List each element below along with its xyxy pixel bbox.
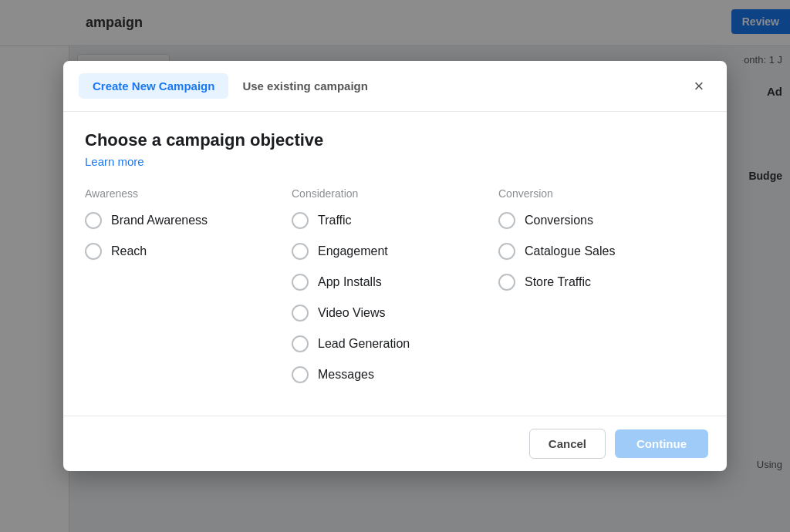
cancel-button[interactable]: Cancel <box>529 429 606 459</box>
modal-overlay: Create New Campaign Use existing campaig… <box>0 0 790 532</box>
option-messages[interactable]: Messages <box>292 366 483 383</box>
objectives-grid: Awareness Brand Awareness Reach Consider… <box>85 187 705 397</box>
learn-more-link[interactable]: Learn more <box>85 155 144 168</box>
label-store-traffic: Store Traffic <box>525 275 591 289</box>
radio-video-views[interactable] <box>292 305 309 322</box>
radio-engagement[interactable] <box>292 243 309 260</box>
option-video-views[interactable]: Video Views <box>292 305 483 322</box>
radio-catalogue-sales[interactable] <box>498 243 515 260</box>
radio-app-installs[interactable] <box>292 274 309 291</box>
label-traffic: Traffic <box>318 214 352 227</box>
option-store-traffic[interactable]: Store Traffic <box>498 274 690 291</box>
continue-button[interactable]: Continue <box>615 429 708 458</box>
consideration-column: Consideration Traffic Engagement App Ins… <box>292 187 498 397</box>
option-traffic[interactable]: Traffic <box>292 212 483 229</box>
modal-footer: Cancel Continue <box>63 416 727 471</box>
modal-header: Create New Campaign Use existing campaig… <box>63 61 727 112</box>
conversion-header: Conversion <box>498 187 690 200</box>
option-engagement[interactable]: Engagement <box>292 243 483 260</box>
awareness-header: Awareness <box>85 187 276 200</box>
label-reach: Reach <box>111 244 147 258</box>
modal-body: Choose a campaign objective Learn more A… <box>63 112 727 416</box>
radio-traffic[interactable] <box>292 212 309 229</box>
radio-lead-generation[interactable] <box>292 335 309 352</box>
option-app-installs[interactable]: App Installs <box>292 274 483 291</box>
label-brand-awareness: Brand Awareness <box>111 214 208 227</box>
conversion-column: Conversion Conversions Catalogue Sales S… <box>498 187 705 397</box>
label-video-views: Video Views <box>318 306 385 320</box>
label-lead-generation: Lead Generation <box>318 337 410 351</box>
label-conversions: Conversions <box>525 214 593 227</box>
radio-reach[interactable] <box>85 243 102 260</box>
consideration-header: Consideration <box>292 187 483 200</box>
option-catalogue-sales[interactable]: Catalogue Sales <box>498 243 690 260</box>
tab-create-new-campaign[interactable]: Create New Campaign <box>79 73 228 99</box>
option-brand-awareness[interactable]: Brand Awareness <box>85 212 276 229</box>
option-lead-generation[interactable]: Lead Generation <box>292 335 483 352</box>
label-app-installs: App Installs <box>318 275 382 289</box>
radio-brand-awareness[interactable] <box>85 212 102 229</box>
option-reach[interactable]: Reach <box>85 243 276 260</box>
label-messages: Messages <box>318 368 374 382</box>
awareness-column: Awareness Brand Awareness Reach <box>85 187 292 397</box>
radio-messages[interactable] <box>292 366 309 383</box>
tab-use-existing-campaign[interactable]: Use existing campaign <box>228 73 382 99</box>
label-engagement: Engagement <box>318 244 388 258</box>
label-catalogue-sales: Catalogue Sales <box>525 244 615 258</box>
modal-title: Choose a campaign objective <box>85 130 705 150</box>
close-button[interactable]: × <box>687 74 711 99</box>
create-campaign-modal: Create New Campaign Use existing campaig… <box>63 61 727 471</box>
option-conversions[interactable]: Conversions <box>498 212 690 229</box>
radio-store-traffic[interactable] <box>498 274 515 291</box>
radio-conversions[interactable] <box>498 212 515 229</box>
